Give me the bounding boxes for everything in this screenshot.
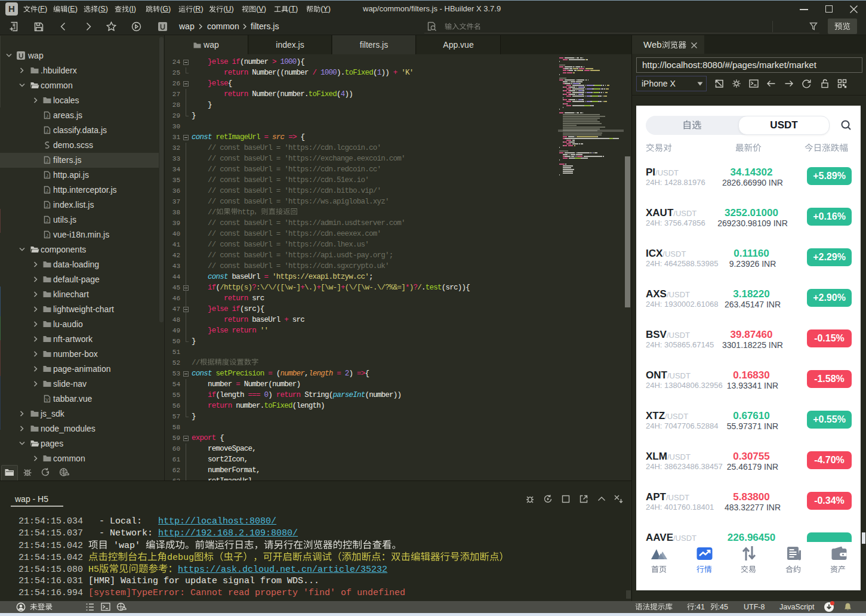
svg-text:J: J <box>46 233 48 238</box>
svg-text:V: V <box>45 397 49 402</box>
svg-text:J: J <box>46 113 48 119</box>
svg-text:J: J <box>46 188 48 193</box>
svg-text:J: J <box>46 203 48 208</box>
svg-text:J: J <box>46 173 48 178</box>
svg-text:J: J <box>46 128 48 134</box>
svg-text:J: J <box>46 218 48 223</box>
svg-text:J: J <box>46 158 48 164</box>
